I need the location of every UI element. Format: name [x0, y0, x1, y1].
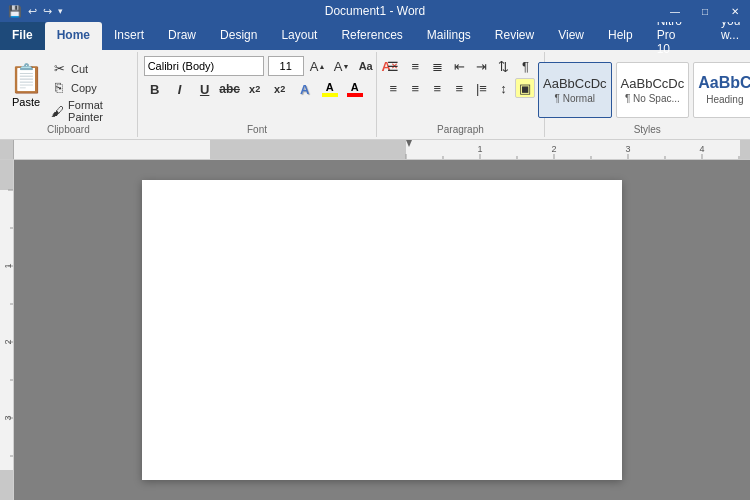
font-family-input[interactable]	[144, 56, 264, 76]
tab-insert[interactable]: Insert	[102, 22, 156, 50]
paragraph-group: ☰ ≡ ≣ ⇤ ⇥ ⇅ ¶ ≡ ≡ ≡ ≡ |≡ ↕ ▣ ⊞ Paragraph	[377, 52, 544, 137]
close-button[interactable]: ✕	[720, 0, 750, 22]
tab-nitro[interactable]: Nitro Pro 10	[645, 22, 694, 50]
window-controls: — □ ✕	[660, 0, 750, 22]
change-case-button[interactable]: Aa	[356, 56, 376, 76]
style-nospace-button[interactable]: AaBbCcDc ¶ No Spac...	[616, 62, 690, 118]
style-nospace-preview: AaBbCcDc	[621, 76, 685, 91]
numbering-button[interactable]: ≡	[405, 56, 425, 76]
title-bar: 💾 ↩ ↪ ▾ Document1 - Word — □ ✕	[0, 0, 750, 22]
strikethrough-button[interactable]: abc	[219, 78, 241, 100]
vertical-ruler-svg: 1 2 3	[0, 160, 14, 500]
svg-text:1: 1	[477, 144, 482, 154]
clipboard-secondary: ✂ Cut ⎘ Copy 🖌 Format Painter	[48, 58, 131, 124]
tab-mailings[interactable]: Mailings	[415, 22, 483, 50]
tab-layout[interactable]: Layout	[269, 22, 329, 50]
copy-icon: ⎘	[51, 80, 67, 95]
italic-button[interactable]: I	[169, 78, 191, 100]
document-area[interactable]	[14, 160, 750, 500]
format-painter-icon: 🖌	[51, 104, 64, 119]
bold-button[interactable]: B	[144, 78, 166, 100]
align-right-button[interactable]: ≡	[427, 78, 447, 98]
svg-text:3: 3	[3, 415, 13, 420]
cut-button[interactable]: ✂ Cut	[48, 60, 131, 77]
svg-rect-2	[406, 140, 740, 160]
style-heading-preview: AaBbC	[698, 74, 750, 92]
paragraph-row2: ≡ ≡ ≡ ≡ |≡ ↕ ▣ ⊞	[383, 78, 557, 98]
subscript-button[interactable]: x2	[244, 78, 266, 100]
show-marks-button[interactable]: ¶	[515, 56, 535, 76]
highlight-color-button[interactable]: A	[319, 81, 341, 97]
clipboard-group-label: Clipboard	[47, 124, 90, 135]
justify-button[interactable]: ≡	[449, 78, 469, 98]
paste-button[interactable]: 📋 Paste	[6, 58, 46, 110]
tab-view[interactable]: View	[546, 22, 596, 50]
style-heading-button[interactable]: AaBbC Heading	[693, 62, 750, 118]
tab-review[interactable]: Review	[483, 22, 546, 50]
style-normal-button[interactable]: AaBbCcDc ¶ Normal	[538, 62, 612, 118]
align-left-button[interactable]: ≡	[383, 78, 403, 98]
ribbon-tab-bar: File Home Insert Draw Design Layout Refe…	[0, 22, 750, 50]
copy-label: Copy	[71, 82, 97, 94]
vertical-ruler: 1 2 3	[0, 160, 14, 500]
font-color-bar	[347, 93, 363, 97]
font-selector-row: A▲ A▼ Aa A✕	[144, 56, 400, 76]
svg-text:1: 1	[3, 263, 13, 268]
undo-icon[interactable]: ↩	[28, 5, 37, 18]
underline-button[interactable]: U	[194, 78, 216, 100]
save-icon[interactable]: 💾	[8, 5, 22, 18]
redo-icon[interactable]: ↪	[43, 5, 52, 18]
svg-rect-1	[740, 140, 750, 160]
copy-button[interactable]: ⎘ Copy	[48, 79, 131, 96]
cut-label: Cut	[71, 63, 88, 75]
tab-design[interactable]: Design	[208, 22, 269, 50]
svg-rect-0	[210, 140, 406, 160]
style-nospace-label: ¶ No Spac...	[625, 93, 680, 104]
styles-group: AaBbCcDc ¶ Normal AaBbCcDc ¶ No Spac... …	[545, 52, 751, 137]
decrease-indent-button[interactable]: ⇤	[449, 56, 469, 76]
tab-file[interactable]: File	[0, 22, 45, 50]
tab-home[interactable]: Home	[45, 22, 102, 50]
superscript-button[interactable]: x2	[269, 78, 291, 100]
styles-group-label: Styles	[634, 124, 661, 135]
paragraph-row1: ☰ ≡ ≣ ⇤ ⇥ ⇅ ¶	[383, 56, 535, 76]
tab-references[interactable]: References	[329, 22, 414, 50]
font-size-input[interactable]	[268, 56, 304, 76]
bullets-button[interactable]: ☰	[383, 56, 403, 76]
tab-help[interactable]: Help	[596, 22, 645, 50]
decrease-font-size-button[interactable]: A▼	[332, 56, 352, 76]
sort-button[interactable]: ⇅	[493, 56, 513, 76]
increase-font-size-button[interactable]: A▲	[308, 56, 328, 76]
multilevel-list-button[interactable]: ≣	[427, 56, 447, 76]
minimize-button[interactable]: —	[660, 0, 690, 22]
svg-text:2: 2	[551, 144, 556, 154]
font-color-button[interactable]: A	[344, 81, 366, 97]
window-title: Document1 - Word	[325, 4, 425, 18]
svg-text:4: 4	[699, 144, 704, 154]
style-normal-label: ¶ Normal	[555, 93, 595, 104]
restore-button[interactable]: □	[690, 0, 720, 22]
main-area: 1 2 3	[0, 160, 750, 500]
quick-access-toolbar: 💾 ↩ ↪ ▾	[8, 5, 63, 18]
format-painter-button[interactable]: 🖌 Format Painter	[48, 98, 131, 124]
line-spacing-button[interactable]: ↕	[493, 78, 513, 98]
horizontal-ruler: 1 2 3 4	[0, 140, 750, 160]
text-effects-button[interactable]: A	[294, 78, 316, 100]
font-group: A▲ A▼ Aa A✕ B I U abc x2 x2 A A A	[138, 52, 378, 137]
ribbon: 📋 Paste ✂ Cut ⎘ Copy 🖌 Format Painter Cl…	[0, 50, 750, 140]
ruler-svg: 1 2 3 4	[210, 140, 750, 160]
qa-dropdown-icon[interactable]: ▾	[58, 6, 63, 16]
align-center-button[interactable]: ≡	[405, 78, 425, 98]
svg-text:2: 2	[3, 339, 13, 344]
column-break-button[interactable]: |≡	[471, 78, 491, 98]
style-heading-label: Heading	[706, 94, 743, 105]
svg-text:3: 3	[625, 144, 630, 154]
tab-draw[interactable]: Draw	[156, 22, 208, 50]
paste-label: Paste	[12, 96, 40, 108]
document-page	[142, 180, 622, 480]
cut-icon: ✂	[51, 61, 67, 76]
svg-rect-20	[0, 470, 14, 500]
increase-indent-button[interactable]: ⇥	[471, 56, 491, 76]
paste-icon: 📋	[10, 60, 42, 96]
shading-button[interactable]: ▣	[515, 78, 535, 98]
